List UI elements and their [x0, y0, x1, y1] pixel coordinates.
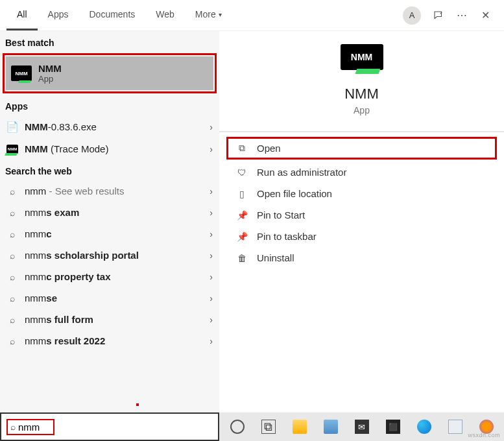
action-pin-to-taskbar[interactable]: 📌 Pin to taskbar	[219, 226, 504, 247]
file-explorer-icon[interactable]	[293, 420, 307, 434]
chevron-right-icon: ›	[210, 336, 213, 346]
trash-icon: 🗑	[236, 253, 248, 263]
action-pin-to-start[interactable]: 📌 Pin to Start	[219, 204, 504, 226]
chevron-right-icon: ›	[210, 186, 213, 197]
search-input[interactable]	[18, 422, 51, 433]
taskbar: ⌕ ⧉ ✉ ⬛	[0, 412, 504, 441]
chevron-right-icon: ›	[210, 250, 213, 261]
search-box-container[interactable]: ⌕	[0, 412, 219, 441]
web-result-2[interactable]: ⌕nmmc›	[0, 223, 219, 244]
section-search-web: Search the web	[0, 160, 219, 180]
chevron-right-icon: ›	[210, 122, 213, 132]
cortana-icon[interactable]	[230, 420, 245, 434]
tab-apps[interactable]: Apps	[38, 0, 79, 30]
filter-tabs: All Apps Documents Web More▾	[6, 0, 232, 30]
chevron-right-icon: ›	[210, 272, 213, 282]
best-match-highlight: NMM NMM App	[3, 53, 217, 93]
task-view-icon[interactable]: ⧉	[261, 420, 276, 434]
tab-all[interactable]: All	[6, 0, 38, 30]
more-options-icon[interactable]: ⋯	[456, 10, 468, 21]
user-avatar[interactable]: A	[403, 6, 421, 25]
exe-icon: 📄	[6, 121, 18, 133]
web-result-5[interactable]: ⌕nmmse›	[0, 287, 219, 309]
progress-indicator	[136, 403, 139, 406]
search-icon: ⌕	[6, 186, 18, 197]
tab-documents[interactable]: Documents	[78, 0, 145, 30]
search-icon: ⌕	[10, 422, 16, 432]
action-uninstall[interactable]: 🗑 Uninstall	[219, 247, 504, 268]
search-icon: ⌕	[6, 315, 18, 325]
edge-icon[interactable]	[417, 420, 431, 434]
web-result-4[interactable]: ⌕nmmc property tax›	[0, 266, 219, 287]
app-result-1[interactable]: NMM NMM (Trace Mode) ›	[0, 138, 219, 160]
folder-icon: ▯	[236, 189, 248, 199]
actions-list: ⧉ Open 🛡 Run as administrator ▯ Open fil…	[219, 132, 504, 274]
tab-web[interactable]: Web	[145, 0, 185, 30]
tab-more[interactable]: More▾	[185, 0, 232, 30]
web-result-6[interactable]: ⌕nmms full form›	[0, 309, 219, 330]
best-match-title: NMM	[38, 63, 62, 74]
chevron-right-icon: ›	[210, 315, 213, 325]
store-icon[interactable]: ⬛	[386, 420, 400, 434]
web-result-1[interactable]: ⌕nmms exam›	[0, 202, 219, 223]
chevron-right-icon: ›	[210, 144, 213, 154]
shield-icon: 🛡	[236, 167, 248, 178]
section-apps: Apps	[0, 95, 219, 115]
nmm-app-icon: NMM	[11, 66, 32, 81]
action-run-as-admin[interactable]: 🛡 Run as administrator	[219, 161, 504, 183]
best-match-subtitle: App	[38, 74, 62, 84]
open-icon: ⧉	[236, 143, 248, 154]
close-icon[interactable]: ✕	[479, 10, 491, 21]
nmm-app-icon: NMM	[6, 145, 18, 154]
web-result-7[interactable]: ⌕nmms result 2022›	[0, 330, 219, 352]
chevron-right-icon: ›	[210, 229, 213, 239]
search-icon: ⌕	[6, 250, 18, 261]
feedback-icon[interactable]	[433, 10, 444, 21]
action-open-file-location[interactable]: ▯ Open file location	[219, 183, 504, 204]
search-header: All Apps Documents Web More▾ A ⋯ ✕	[0, 0, 504, 31]
search-icon: ⌕	[6, 229, 18, 239]
chevron-right-icon: ›	[210, 293, 213, 304]
pin-icon: 📌	[236, 210, 248, 220]
app-result-0[interactable]: 📄 NMM-0.83.6.exe ›	[0, 115, 219, 138]
results-panel: Best match NMM NMM App Apps 📄 NMM-0.83.6…	[0, 31, 219, 412]
action-open[interactable]: ⧉ Open	[227, 137, 496, 159]
search-icon: ⌕	[6, 272, 18, 282]
search-icon: ⌕	[6, 293, 18, 304]
app-name: NMM	[344, 86, 379, 102]
web-result-3[interactable]: ⌕nmms scholarship portal›	[0, 244, 219, 266]
section-best-match: Best match	[0, 31, 219, 52]
web-result-0[interactable]: ⌕nmm - See web results›	[0, 180, 219, 202]
search-icon: ⌕	[6, 336, 18, 346]
notepad-icon[interactable]	[448, 420, 462, 434]
best-match-item[interactable]: NMM NMM App	[6, 56, 213, 90]
app-logo: NMM	[341, 44, 383, 70]
search-icon: ⌕	[6, 208, 18, 218]
pin-icon: 📌	[236, 232, 248, 242]
mail-icon[interactable]: ✉	[355, 420, 369, 434]
details-panel: NMM NMM App ⧉ Open 🛡 Run as administrato…	[219, 31, 504, 412]
chevron-down-icon: ▾	[219, 11, 222, 18]
chevron-right-icon: ›	[210, 208, 213, 218]
watermark: wsxdn.com	[468, 432, 500, 438]
app-shortcut-icon[interactable]	[324, 420, 338, 434]
app-type: App	[354, 105, 370, 115]
